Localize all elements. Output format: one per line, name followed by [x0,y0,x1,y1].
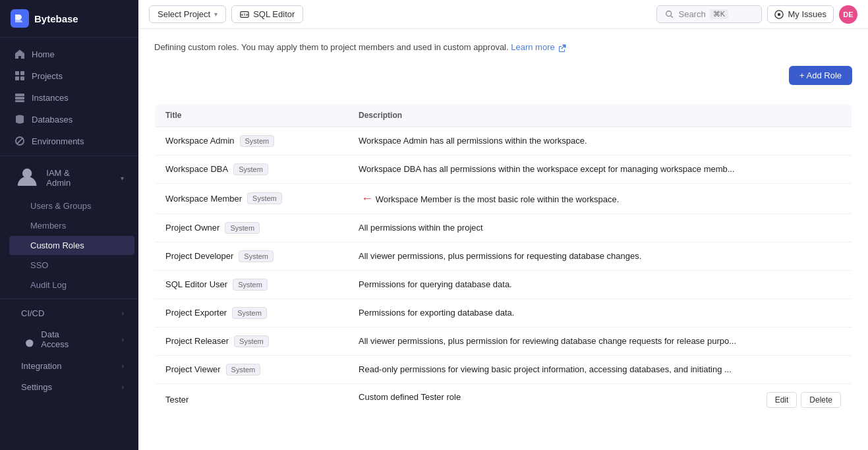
role-name: Workspace Admin [165,136,235,146]
system-badge: System [233,279,268,291]
sidebar-item-databases[interactable]: Databases [4,109,134,130]
sidebar-item-sso[interactable]: SSO [9,256,134,275]
arrow-indicator: ← [361,192,373,206]
role-description-cell: Custom defined Tester roleEditDelete [348,383,852,416]
projects-icon [14,70,25,81]
settings-chevron-icon: › [122,383,124,391]
system-badge: System [232,307,267,319]
sidebar-item-projects-label: Projects [32,71,63,81]
svg-rect-2 [20,71,24,75]
sidebar-item-home[interactable]: Home [4,43,134,65]
svg-rect-1 [15,71,19,75]
search-box[interactable]: Search ⌘K [656,5,762,23]
col-title: Title [155,103,349,127]
content-header: + Add Role [154,66,852,96]
edit-role-button[interactable]: Edit [767,392,797,408]
role-name-cell: Project OwnerSystem [165,222,337,234]
role-title-cell: Workspace AdminSystem [155,127,349,155]
svg-rect-7 [15,100,24,102]
iam-chevron-icon: ▾ [121,175,124,182]
table-row: Project ReleaserSystemAll viewer permiss… [155,327,852,355]
nav-divider-2 [0,298,138,299]
search-shortcut: ⌘K [710,9,728,19]
role-description: All permissions within the project [359,223,483,233]
sidebar-section-integration[interactable]: Integration › [4,356,134,376]
role-title-cell: Project ExporterSystem [155,298,349,327]
sidebar-section-data-access[interactable]: Data Access › [4,324,134,354]
external-link-icon [558,44,566,52]
role-name: Project Developer [165,251,233,261]
role-description: Workspace DBA has all permissions within… [359,164,735,174]
audit-log-label: Audit Log [30,280,67,290]
table-row: Workspace DBASystemWorkspace DBA has all… [155,155,852,183]
role-description-cell: Workspace DBA has all permissions within… [348,155,852,183]
table-row: Project ViewerSystemRead-only permission… [155,355,852,383]
role-name-cell: Project DeveloperSystem [165,250,337,262]
svg-rect-4 [20,76,24,80]
table-header: Title Description [155,103,852,127]
sidebar-item-instances-label: Instances [32,93,69,103]
role-description-cell: ← Workspace Member is the most basic rol… [348,183,852,213]
instances-icon [14,92,25,103]
sidebar-item-environments[interactable]: Environments [4,130,134,152]
avatar[interactable]: DE [839,5,857,24]
sidebar-section-data-access-label: Data Access [41,329,69,349]
nav-divider-1 [0,155,138,156]
sidebar-item-projects[interactable]: Projects [4,65,134,86]
iam-icon [14,165,40,190]
role-name-cell: Tester [165,395,337,405]
sso-label: SSO [30,260,48,270]
role-description: Permissions for exporting database data. [359,308,514,318]
sidebar-section-cicd[interactable]: CI/CD › [4,303,134,323]
role-description: All viewer permissions, plus permissions… [359,251,641,261]
sidebar-item-environments-label: Environments [32,136,84,146]
role-description-cell: Workspace Admin has all permissions with… [348,127,852,155]
role-name-cell: SQL Editor UserSystem [165,279,337,291]
data-access-chevron-icon: › [122,336,124,343]
role-description: Permissions for querying database data. [359,279,512,289]
svg-point-10 [26,339,33,347]
integration-chevron-icon: › [122,362,124,370]
sidebar-item-custom-roles[interactable]: Custom Roles [9,236,134,255]
search-label: Search [678,9,705,19]
role-description-cell: All viewer permissions, plus permission … [348,327,852,355]
members-label: Members [30,221,66,231]
role-title-cell: Workspace DBASystem [155,155,349,183]
topbar: Select Project ▾ SQL Editor Search ⌘K My… [138,0,868,29]
delete-role-button[interactable]: Delete [801,392,841,408]
role-name: Project Releaser [165,336,229,346]
svg-rect-3 [15,76,19,80]
role-title-cell: Tester [155,383,349,416]
system-badge: System [234,335,269,347]
svg-point-14 [778,13,780,15]
sidebar-section-integration-label: Integration [21,361,61,371]
role-name-cell: Project ViewerSystem [165,364,337,376]
system-badge: System [247,192,282,204]
role-name-cell: Workspace DBASystem [165,163,337,175]
sidebar-nav: Home Projects Instances Databases Enviro… [0,38,138,450]
role-description-cell: Permissions for exporting database data. [348,298,852,327]
sidebar-item-members[interactable]: Members [9,216,134,235]
role-description-cell: All permissions within the project [348,213,852,242]
system-badge: System [240,135,275,147]
sidebar-section-settings[interactable]: Settings › [4,377,134,397]
sidebar-item-home-label: Home [32,49,55,59]
role-name: SQL Editor User [165,279,227,289]
sql-editor-icon [240,10,249,19]
sidebar-item-instances[interactable]: Instances [4,87,134,108]
add-role-button[interactable]: + Add Role [789,66,852,85]
role-title-cell: Project DeveloperSystem [155,242,349,270]
role-title-cell: SQL Editor UserSystem [155,270,349,298]
select-project-button[interactable]: Select Project ▾ [149,5,226,23]
sidebar-item-databases-label: Databases [32,115,72,125]
databases-icon [14,114,25,125]
cicd-chevron-icon: › [122,310,124,317]
system-badge: System [225,222,260,234]
my-issues-button[interactable]: My Issues [767,5,834,23]
sidebar-section-iam[interactable]: IAM & Admin ▾ [4,160,134,196]
svg-point-12 [666,11,672,16]
sidebar-item-audit-log[interactable]: Audit Log [9,275,134,295]
sql-editor-button[interactable]: SQL Editor [231,5,303,23]
learn-more-link[interactable]: Learn more [511,42,566,52]
sidebar-item-users-groups[interactable]: Users & Groups [9,196,134,215]
